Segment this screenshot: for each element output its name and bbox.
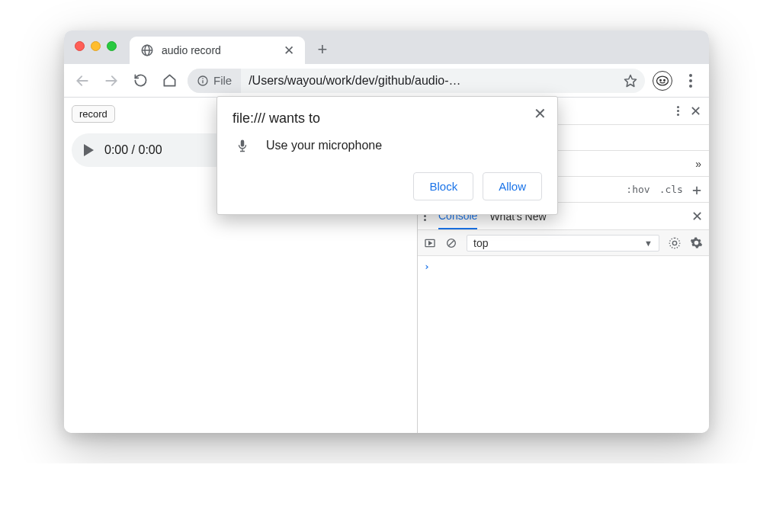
microphone-icon (236, 139, 249, 152)
audio-time: 0:00 / 0:00 (104, 143, 162, 157)
info-icon (197, 75, 209, 87)
chrome-menu-button[interactable] (680, 74, 701, 88)
new-tab-button[interactable]: + (310, 37, 335, 62)
permission-dialog: ✕ file:/// wants to Use your microphone … (217, 96, 558, 215)
permission-actions: Block Allow (233, 172, 542, 200)
devtools-close-button[interactable]: ✕ (690, 103, 701, 120)
svg-point-16 (672, 241, 676, 245)
profile-avatar[interactable] (653, 71, 672, 91)
address-bar[interactable]: File /Users/wayou/work/dev/github/audio-… (188, 69, 645, 93)
record-button[interactable]: record (72, 105, 115, 123)
svg-point-7 (202, 78, 203, 79)
tab-strip: audio record ✕ + (64, 30, 709, 64)
svg-rect-17 (242, 149, 243, 151)
audio-player[interactable]: 0:00 / 0:00 (72, 133, 232, 167)
console-toolbar: top ▼ (418, 230, 709, 256)
bookmark-button[interactable] (624, 74, 637, 88)
svg-point-10 (660, 79, 662, 81)
svg-marker-8 (625, 75, 637, 86)
back-button[interactable] (72, 70, 93, 91)
close-window-button[interactable] (75, 41, 85, 51)
url-text: /Users/wayou/work/dev/github/audio-… (241, 74, 624, 88)
console-settings-icon[interactable] (690, 236, 703, 249)
forward-button[interactable] (101, 70, 122, 91)
home-button[interactable] (159, 70, 180, 91)
close-tab-button[interactable]: ✕ (284, 43, 294, 59)
svg-point-11 (664, 79, 666, 81)
chip-label: File (213, 74, 232, 87)
play-icon[interactable] (84, 144, 94, 156)
clear-console-icon[interactable] (445, 237, 457, 249)
site-info-chip[interactable]: File (188, 69, 241, 93)
overflow-chevron-icon[interactable]: » (695, 158, 701, 170)
browser-window: audio record ✕ + File /Users/wayou/work/… (64, 30, 709, 433)
browser-tab[interactable]: audio record ✕ (130, 37, 305, 64)
permission-title: file:/// wants to (233, 111, 542, 127)
dropdown-triangle-icon: ▼ (644, 239, 653, 248)
block-button[interactable]: Block (413, 172, 473, 200)
svg-line-15 (449, 240, 454, 245)
execute-icon[interactable] (424, 237, 436, 249)
tab-title: audio record (162, 44, 276, 56)
reload-button[interactable] (130, 70, 151, 91)
allow-button[interactable]: Allow (483, 172, 542, 200)
window-controls (75, 41, 117, 51)
svg-marker-13 (429, 242, 431, 245)
context-selector[interactable]: top ▼ (467, 235, 659, 252)
permission-text: Use your microphone (266, 139, 382, 152)
drawer-close-button[interactable]: ✕ (691, 208, 703, 225)
svg-rect-18 (240, 151, 245, 152)
toolbar: File /Users/wayou/work/dev/github/audio-… (64, 64, 709, 98)
context-label: top (473, 237, 488, 249)
globe-icon (140, 43, 154, 57)
live-expression-icon[interactable] (669, 237, 681, 249)
minimize-window-button[interactable] (91, 41, 101, 51)
maximize-window-button[interactable] (107, 41, 117, 51)
dialog-close-button[interactable]: ✕ (534, 104, 547, 123)
permission-request-row: Use your microphone (236, 139, 542, 152)
hov-toggle[interactable]: :hov (626, 184, 650, 195)
devtools-menu-button[interactable] (677, 106, 679, 116)
cls-toggle[interactable]: .cls (659, 184, 683, 195)
console-body[interactable]: › (418, 256, 709, 433)
add-style-button[interactable]: + (692, 181, 701, 199)
svg-point-9 (657, 76, 669, 85)
console-prompt-icon: › (424, 261, 430, 272)
